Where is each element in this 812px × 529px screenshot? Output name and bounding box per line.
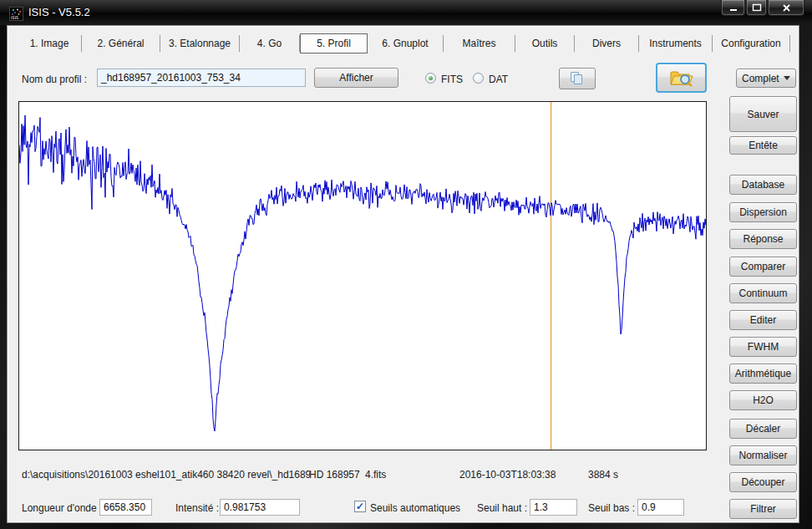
display-mode-value: Complet <box>742 73 779 84</box>
wavelength-field[interactable]: 6658.350 <box>99 499 152 516</box>
display-mode-select[interactable]: Complet <box>736 69 796 88</box>
tab-etalonnage[interactable]: 3. Etalonnage <box>160 35 240 52</box>
tab-general[interactable]: 2. Général <box>82 35 160 52</box>
tab-outils[interactable]: Outils <box>515 35 575 52</box>
tab-maitres[interactable]: Maîtres <box>444 35 515 52</box>
high-threshold-label: Seuil haut : <box>477 502 527 514</box>
fwhm-button[interactable]: FWHM <box>729 337 797 357</box>
profile-name-input[interactable]: _hd168957_20161003_753_34 <box>97 69 306 87</box>
fits-radio[interactable] <box>425 73 436 84</box>
tab-gnuplot[interactable]: 6. Gnuplot <box>368 35 444 52</box>
close-button[interactable] <box>768 0 804 16</box>
object-name-text: HD 168957 <box>309 469 360 481</box>
reponse-button[interactable]: Réponse <box>729 229 797 249</box>
dispersion-button[interactable]: Dispersion <box>729 202 797 222</box>
folder-search-icon <box>669 68 694 88</box>
intensity-label: Intensité : <box>175 502 219 514</box>
app-icon: ISIS <box>9 7 23 21</box>
h2o-button[interactable]: H2O <box>729 390 797 410</box>
afficher-button[interactable]: Afficher <box>314 68 398 88</box>
app-window: ISIS ISIS - V5.5.2 1. Image 2. Général 3… <box>0 0 812 529</box>
decaler-button[interactable]: Décaler <box>729 419 797 439</box>
copy-icon <box>571 72 584 85</box>
tab-divers[interactable]: Divers <box>575 35 639 52</box>
entete-button[interactable]: Entête <box>729 136 797 155</box>
low-threshold-field[interactable]: 0.9 <box>637 499 684 516</box>
high-threshold-field[interactable]: 1.3 <box>530 499 577 516</box>
intensity-field[interactable]: 0.981753 <box>220 499 300 516</box>
database-button[interactable]: Database <box>729 175 797 195</box>
low-threshold-label: Seuil bas : <box>588 502 635 514</box>
svg-text:ISIS: ISIS <box>11 15 18 20</box>
tab-profil[interactable]: 5. Profil <box>300 33 368 53</box>
minimize-button[interactable] <box>721 0 745 16</box>
filtrer-button[interactable]: Filtrer <box>729 499 797 519</box>
spectrum-plot[interactable] <box>18 101 707 450</box>
tab-instruments[interactable]: Instruments <box>639 35 713 52</box>
tab-image[interactable]: 1. Image <box>18 35 82 52</box>
normaliser-button[interactable]: Normaliser <box>729 445 797 465</box>
tab-bar: 1. Image 2. Général 3. Etalonnage 4. Go … <box>18 33 790 53</box>
exposure-text: 3884 s <box>588 469 618 481</box>
dat-radio[interactable] <box>473 73 484 84</box>
tab-go[interactable]: 4. Go <box>240 35 300 52</box>
wavelength-label: Longueur d'onde : <box>22 502 102 514</box>
fits-radio-label: FITS <box>441 74 463 85</box>
arithmetique-button[interactable]: Arithmétique <box>729 364 797 384</box>
window-title: ISIS - V5.5.2 <box>28 6 90 18</box>
auto-thresholds-label: Seuils automatiques <box>370 502 460 514</box>
maximize-button[interactable] <box>746 0 767 16</box>
title-bar: ISIS ISIS - V5.5.2 <box>0 0 812 25</box>
decouper-button[interactable]: Découper <box>729 472 797 492</box>
editer-button[interactable]: Editer <box>729 310 797 330</box>
datetime-text: 2016-10-03T18:03:38 <box>459 469 556 481</box>
profile-name-label: Nom du profil : <box>22 74 87 85</box>
continuum-button[interactable]: Continuum <box>729 283 797 303</box>
chevron-down-icon <box>784 76 790 80</box>
sauver-button[interactable]: Sauver <box>729 96 797 132</box>
file-path-text: d:\acquisitions\20161003 eshel101_atik46… <box>22 469 310 481</box>
client-area: 1. Image 2. Général 3. Etalonnage 4. Go … <box>7 25 799 523</box>
spectrum-trace <box>19 115 706 431</box>
copy-button[interactable] <box>559 68 596 89</box>
dat-radio-label: DAT <box>489 74 508 85</box>
file-suffix-text: 4.fits <box>365 469 386 481</box>
auto-thresholds-checkbox[interactable]: ✓ <box>354 501 366 512</box>
tab-configuration[interactable]: Configuration <box>713 35 790 52</box>
comparer-button[interactable]: Comparer <box>729 257 797 277</box>
browse-profile-button[interactable] <box>656 63 707 93</box>
